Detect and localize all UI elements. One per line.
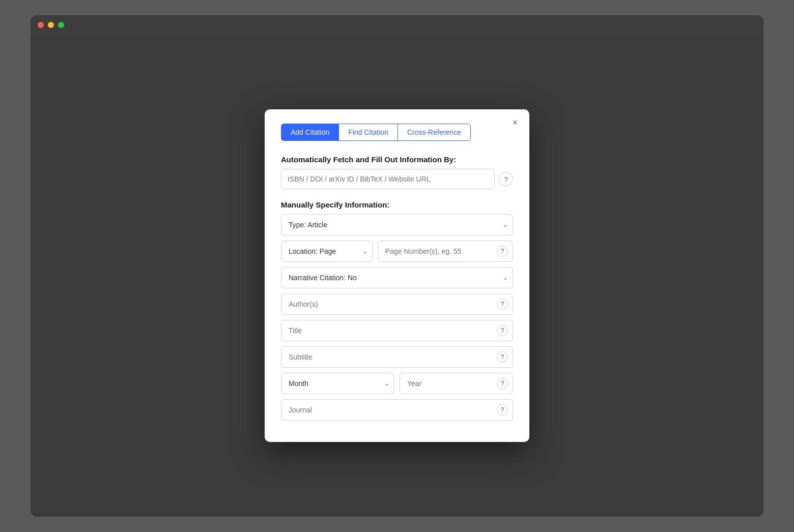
- narrative-select[interactable]: Narrative Citation: No: [281, 267, 513, 288]
- narrative-field: Narrative Citation: No ⌄: [281, 267, 513, 288]
- type-value: Type: Article: [289, 221, 327, 229]
- authors-field-wrap: ?: [281, 293, 513, 315]
- month-value: Month: [289, 379, 308, 388]
- app-window: × Add Citation Find Citation Cross-Refer…: [31, 15, 763, 517]
- close-button[interactable]: [38, 22, 44, 28]
- year-field-wrap: ?: [400, 373, 513, 394]
- location-page-input[interactable]: [378, 241, 513, 262]
- location-help-button[interactable]: ?: [497, 246, 508, 257]
- auto-fetch-input[interactable]: [281, 169, 495, 189]
- year-input[interactable]: [400, 373, 513, 394]
- auto-fetch-section-label: Automatically Fetch and Fill Out Informa…: [281, 155, 513, 164]
- subtitle-field-wrap: ?: [281, 346, 513, 368]
- location-select-wrap: Location: Page ⌄: [281, 241, 373, 262]
- authors-help-button[interactable]: ?: [497, 299, 508, 310]
- tab-cross-reference[interactable]: Cross-Reference: [398, 124, 471, 141]
- tab-add-citation[interactable]: Add Citation: [281, 124, 338, 141]
- type-field: Type: Article ⌄: [281, 214, 513, 235]
- modal-overlay: × Add Citation Find Citation Cross-Refer…: [31, 35, 763, 517]
- narrative-value: Narrative Citation: No: [289, 274, 357, 282]
- tab-bar: Add Citation Find Citation Cross-Referen…: [281, 124, 513, 141]
- titlebar: [31, 15, 763, 35]
- auto-fetch-help-button[interactable]: ?: [499, 172, 513, 186]
- authors-input[interactable]: [281, 293, 513, 315]
- auto-fetch-row: ?: [281, 169, 513, 189]
- minimize-button[interactable]: [48, 22, 54, 28]
- location-select[interactable]: Location: Page: [281, 241, 373, 262]
- type-select[interactable]: Type: Article: [281, 214, 513, 235]
- location-row: Location: Page ⌄ ?: [281, 241, 513, 262]
- tab-find-citation[interactable]: Find Citation: [338, 124, 398, 141]
- journal-help-button[interactable]: ?: [497, 404, 508, 416]
- location-input-wrap: ?: [378, 241, 513, 262]
- journal-field-wrap: ?: [281, 399, 513, 421]
- month-field-wrap: Month ⌄: [281, 373, 394, 394]
- modal-close-button[interactable]: ×: [509, 116, 521, 129]
- journal-input[interactable]: [281, 399, 513, 421]
- maximize-button[interactable]: [58, 22, 64, 28]
- month-select[interactable]: Month: [281, 373, 394, 394]
- title-help-button[interactable]: ?: [497, 325, 508, 336]
- month-year-row: Month ⌄ ?: [281, 373, 513, 394]
- subtitle-input[interactable]: [281, 346, 513, 368]
- subtitle-help-button[interactable]: ?: [497, 351, 508, 363]
- title-input[interactable]: [281, 320, 513, 341]
- title-field-wrap: ?: [281, 320, 513, 341]
- year-help-button[interactable]: ?: [497, 378, 508, 389]
- citation-modal: × Add Citation Find Citation Cross-Refer…: [265, 109, 529, 442]
- location-value: Location: Page: [289, 247, 336, 255]
- manual-section-label: Manually Specify Information:: [281, 200, 513, 209]
